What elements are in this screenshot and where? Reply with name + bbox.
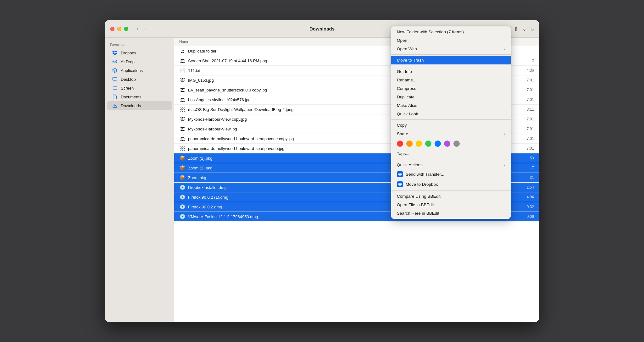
file-icon: 📦 — [179, 174, 186, 181]
finder-window: ‹ › Downloads ☰ ⌃ ⬆ ⌄ ⌕ Favorites Dropbo… — [105, 20, 539, 322]
menu-item-get-info[interactable]: Get Info — [391, 67, 511, 76]
menu-item-compress[interactable]: Compress — [391, 84, 511, 93]
file-icon: 💿 — [179, 184, 186, 190]
file-name: panoramica-de-hollywood-boulevard-seanpa… — [188, 146, 284, 151]
menu-separator — [391, 119, 511, 120]
tag-orange[interactable] — [406, 141, 413, 147]
menu-item-label: New Folder with Selection (7 Items) — [397, 30, 464, 34]
sidebar-item-downloads[interactable]: Downloads — [107, 101, 172, 110]
sidebar-item-label-documents: Documents — [121, 95, 142, 99]
search-icon[interactable]: ⌕ — [530, 25, 534, 32]
menu-item-duplicate[interactable]: Duplicate — [391, 93, 511, 101]
menu-separator — [391, 159, 511, 159]
sidebar-item-label-dropbox: Dropbox — [121, 51, 136, 55]
sidebar-item-screen[interactable]: Screen — [107, 84, 172, 92]
menu-item-open-bbedit[interactable]: Open File in BBEdit — [391, 201, 511, 209]
forward-button[interactable]: › — [142, 25, 148, 33]
file-name: LA_sean_pavone_shutterstock.0.0 copy.jpg — [188, 88, 267, 92]
file-name: Los-Angeles-skyline-1024x576.jpg — [188, 97, 251, 102]
tag-red[interactable] — [397, 141, 403, 147]
file-icon: 📦 — [179, 165, 186, 171]
menu-item-quick-look[interactable]: Quick Look — [391, 110, 511, 118]
tag-purple[interactable] — [444, 141, 450, 147]
traffic-lights — [110, 27, 128, 31]
sidebar-item-applications[interactable]: Applications — [107, 66, 172, 75]
minimize-button[interactable] — [117, 27, 121, 31]
menu-item-label: Get Info — [397, 69, 412, 74]
file-name: Mykonos-Harbour-View copy.jpg — [188, 117, 247, 122]
menu-item-share[interactable]: Share › — [391, 130, 511, 138]
menu-item-compare-bbedit[interactable]: Compare Using BBEdit — [391, 192, 511, 201]
dropbox-small-icon2 — [397, 181, 403, 187]
file-icon: 🗂 — [179, 48, 186, 54]
submenu-arrow: › — [504, 163, 505, 167]
airdrop-icon — [112, 59, 118, 64]
close-button[interactable] — [110, 27, 114, 31]
file-icon: 🖼 — [179, 126, 186, 132]
menu-item-copy[interactable]: Copy — [391, 121, 511, 130]
file-icon: 📦 — [179, 155, 186, 161]
submenu-arrow: › — [504, 132, 505, 136]
nav-buttons: ‹ › — [135, 25, 148, 33]
sidebar-item-desktop[interactable]: Desktop — [107, 75, 172, 84]
menu-item-label: Send with Transfer... — [406, 172, 444, 177]
menu-item-label: Share — [397, 131, 408, 136]
file-icon: 💿 — [179, 204, 186, 210]
menu-item-label: Open — [397, 38, 407, 43]
tag-green[interactable] — [425, 141, 431, 147]
file-name: Firefox 90.0.2 (1).dmg — [188, 195, 228, 200]
file-name: macOS-Big-Sur-Daylight-Wallpaper-iDownlo… — [188, 107, 294, 112]
share-icon[interactable]: ⬆ — [514, 25, 518, 32]
menu-item-label: Open With — [397, 47, 417, 51]
menu-item-quick-actions[interactable]: Quick Actions › — [391, 161, 511, 169]
menu-item-label: Copy — [397, 123, 407, 128]
file-icon: 🖼 — [179, 135, 186, 142]
menu-item-label: Rename... — [397, 78, 416, 82]
downloads-icon — [112, 103, 118, 108]
tag-gray[interactable] — [453, 141, 460, 147]
sidebar-item-documents[interactable]: Documents — [107, 92, 172, 101]
tag-yellow[interactable] — [416, 141, 422, 147]
menu-item-open-with[interactable]: Open With › — [391, 45, 511, 53]
back-button[interactable]: ‹ — [135, 25, 140, 33]
menu-separator — [391, 66, 511, 66]
menu-item-open[interactable]: Open — [391, 36, 511, 45]
menu-item-make-alias[interactable]: Make Alias — [391, 101, 511, 110]
menu-item-label: Move to Trash — [397, 58, 424, 63]
desktop-icon — [112, 76, 118, 82]
file-icon: 🖼 — [179, 58, 186, 64]
menu-item-rename[interactable]: Rename... — [391, 76, 511, 84]
file-icon: 🖼 — [179, 87, 186, 93]
sidebar-item-label-applications: Applications — [121, 68, 143, 73]
dropbox-small-icon — [397, 171, 403, 177]
file-icon: 💿 — [179, 213, 186, 220]
context-menu: New Folder with Selection (7 Items) Open… — [391, 26, 511, 219]
menu-item-send-with-transfer[interactable]: Send with Transfer... — [391, 169, 511, 179]
menu-item-label: Quick Actions — [397, 163, 423, 167]
sidebar-item-dropbox[interactable]: Dropbox — [107, 48, 172, 57]
file-icon: 🖼 — [179, 116, 186, 122]
file-name: Duplicate folder — [188, 49, 216, 53]
tag-icon[interactable]: ⌄ — [522, 25, 527, 32]
file-name: 111.txt — [188, 68, 200, 73]
menu-item-label: Duplicate — [397, 95, 414, 99]
sidebar-item-label-downloads: Downloads — [121, 103, 141, 108]
file-icon: 🖼 — [179, 145, 186, 152]
sidebar-item-label-screen: Screen — [121, 86, 134, 91]
file-name: Firefox 90.0.2.dmg — [188, 205, 222, 209]
menu-item-move-to-trash[interactable]: Move to Trash — [391, 56, 511, 64]
menu-item-tags[interactable]: Tags... — [391, 149, 511, 158]
sidebar-item-airdrop[interactable]: AirDrop — [107, 57, 172, 66]
file-icon: 🖼 — [179, 106, 186, 113]
tag-blue[interactable] — [435, 141, 441, 147]
file-name: Mykonos-Harbour-View.jpg — [188, 127, 237, 131]
submenu-arrow: › — [504, 47, 505, 51]
menu-item-new-folder[interactable]: New Folder with Selection (7 Items) — [391, 28, 511, 36]
menu-item-label: Open File in BBEdit — [397, 202, 434, 207]
menu-item-label: Quick Look — [397, 112, 418, 116]
file-name: Zoom.pkg — [188, 175, 206, 180]
menu-item-search-bbedit[interactable]: Search Here in BBEdit — [391, 209, 511, 218]
file-name: Zoom (1).pkg — [188, 156, 212, 161]
menu-item-move-to-dropbox[interactable]: Move to Dropbox — [391, 179, 511, 189]
maximize-button[interactable] — [124, 27, 128, 31]
